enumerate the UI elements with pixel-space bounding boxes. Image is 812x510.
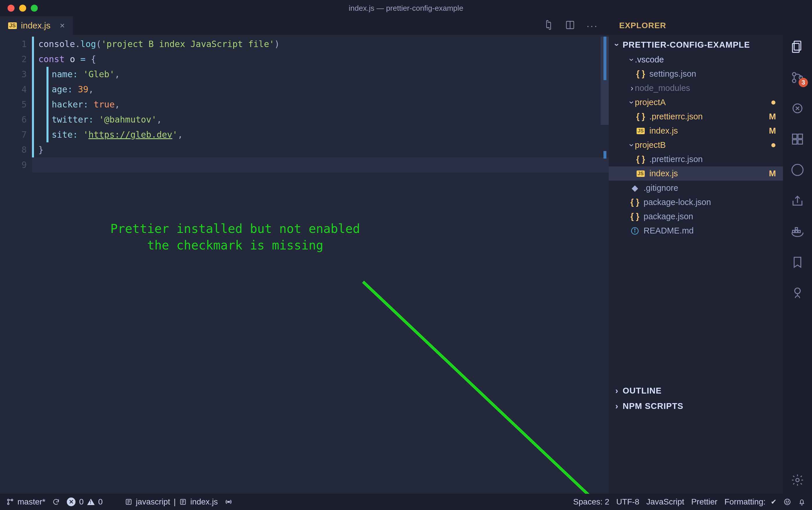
file-gitignore[interactable]: ◆ .gitignore	[609, 181, 783, 195]
explorer-sidebar: PRETTIER-CONFIG-EXAMPLE .vscode { } sett…	[609, 35, 783, 494]
svg-rect-13	[792, 134, 797, 139]
overview-ruler	[597, 35, 609, 494]
explorer-root[interactable]: PRETTIER-CONFIG-EXAMPLE	[609, 37, 783, 53]
scm-badge: 3	[799, 78, 808, 87]
annotation-text: Prettier installed but not enabled the c…	[110, 221, 360, 254]
modified-dot-icon	[771, 101, 775, 105]
close-icon[interactable]: ×	[60, 21, 65, 30]
compare-changes-icon[interactable]	[544, 20, 554, 31]
npm-scripts-section[interactable]: NPM SCRIPTS	[609, 398, 783, 414]
json-file-icon: { }	[635, 154, 646, 164]
git-status-M: M	[769, 112, 776, 121]
svg-point-24	[7, 499, 9, 501]
git-status-M: M	[769, 126, 776, 136]
svg-rect-18	[792, 230, 795, 233]
problems-indicator[interactable]: ✕0 !0	[67, 497, 103, 507]
window-minimize-icon[interactable]	[19, 5, 26, 11]
chevron-right-icon	[614, 386, 620, 396]
activity-bar: 3	[783, 35, 812, 494]
file-projectB-index[interactable]: JS index.js M	[609, 166, 783, 181]
chevron-down-icon	[614, 40, 620, 50]
chevron-down-icon	[629, 97, 635, 107]
svg-rect-20	[798, 230, 801, 233]
svg-point-22	[794, 288, 800, 294]
encoding-indicator[interactable]: UTF-8	[616, 497, 639, 507]
svg-rect-19	[795, 230, 798, 233]
tab-label: index.js	[21, 21, 51, 30]
sync-changes-button[interactable]	[52, 498, 60, 506]
git-branch-indicator[interactable]: master*	[6, 497, 45, 507]
json-file-icon: { }	[629, 198, 641, 207]
folder-node-modules[interactable]: node_modules	[609, 81, 783, 95]
live-server-button[interactable]	[225, 498, 232, 506]
svg-point-32	[788, 501, 788, 502]
file-projectA-prettierrc[interactable]: { } .prettierrc.json M	[609, 110, 783, 124]
chevron-down-icon	[629, 55, 635, 64]
explorer-heading: EXPLORER	[609, 16, 783, 35]
chevron-right-icon	[614, 401, 620, 411]
svg-rect-7	[794, 41, 801, 50]
window-close-icon[interactable]	[7, 5, 14, 11]
git-gutter-modified-indent	[47, 67, 49, 142]
bookmark-icon[interactable]	[791, 256, 804, 269]
svg-point-6	[635, 229, 635, 229]
language-mode-indicator[interactable]: JavaScript	[646, 497, 684, 507]
broadcast-icon	[225, 498, 232, 506]
language-context[interactable]: javascript | index.js	[125, 497, 218, 507]
file-settings-json[interactable]: { } settings.json	[609, 67, 783, 81]
git-gutter-modified	[32, 36, 34, 158]
docker-icon[interactable]	[791, 225, 804, 238]
file-package-lock[interactable]: { } package-lock.json	[609, 195, 783, 209]
files-icon[interactable]	[791, 40, 804, 53]
notifications-bell-icon[interactable]	[798, 498, 806, 506]
modified-dot-icon	[771, 143, 775, 147]
git-branch-icon	[6, 498, 14, 506]
svg-point-31	[786, 501, 787, 502]
svg-point-9	[792, 73, 796, 76]
json-file-icon: { }	[629, 212, 641, 221]
svg-point-23	[796, 478, 799, 482]
file-projectA-index[interactable]: JS index.js M	[609, 124, 783, 138]
svg-rect-15	[792, 140, 797, 144]
js-file-icon: JS	[637, 128, 645, 134]
error-count-icon: ✕	[67, 498, 76, 506]
file-package-json[interactable]: { } package.json	[609, 209, 783, 224]
file-projectB-prettierrc[interactable]: { } .prettierrc.json	[609, 152, 783, 166]
json-file-icon: { }	[635, 69, 646, 79]
svg-point-30	[784, 499, 790, 505]
git-status-M: M	[769, 169, 776, 178]
line-number-gutter: 1 2 3 4 5 6 7 8 9	[0, 35, 32, 494]
more-actions-icon[interactable]: ···	[587, 20, 598, 31]
tab-index-js[interactable]: JS index.js ×	[0, 16, 73, 35]
indentation-indicator[interactable]: Spaces: 2	[573, 497, 610, 507]
window-zoom-icon[interactable]	[31, 5, 38, 11]
cypress-icon[interactable]	[791, 286, 804, 300]
code-content[interactable]: console.log('project B index JavaScript …	[32, 35, 609, 494]
prettier-status[interactable]: Prettier	[691, 497, 717, 507]
feedback-smiley-icon[interactable]	[784, 498, 791, 506]
status-bar: master* ✕0 !0 javascript | index.js Spac…	[0, 494, 812, 510]
folder-vscode[interactable]: .vscode	[609, 53, 783, 67]
formatting-status[interactable]: Formatting:	[724, 497, 777, 507]
outline-section[interactable]: OUTLINE	[609, 383, 783, 398]
window-title: index.js — prettier-config-example	[0, 4, 812, 13]
svg-point-17	[792, 164, 803, 175]
folder-projectA[interactable]: projectA	[609, 95, 783, 110]
info-file-icon	[629, 227, 641, 235]
debug-icon[interactable]	[791, 102, 804, 115]
share-icon[interactable]	[791, 194, 804, 207]
split-editor-icon[interactable]	[565, 20, 575, 31]
json-file-icon: { }	[635, 112, 646, 121]
chevron-right-icon	[629, 83, 635, 93]
editor-area[interactable]: 1 2 3 4 5 6 7 8 9 console.log('project B…	[0, 35, 609, 494]
folder-projectB[interactable]: projectB	[609, 138, 783, 152]
github-icon[interactable]	[791, 163, 804, 177]
js-file-icon: JS	[8, 22, 17, 29]
active-line-highlight	[32, 158, 609, 172]
svg-point-25	[7, 503, 9, 505]
gitignore-file-icon: ◆	[629, 183, 641, 193]
settings-gear-icon[interactable]	[791, 474, 804, 487]
extensions-icon[interactable]	[791, 133, 804, 146]
file-readme[interactable]: README.md	[609, 224, 783, 238]
sync-icon	[52, 498, 60, 506]
